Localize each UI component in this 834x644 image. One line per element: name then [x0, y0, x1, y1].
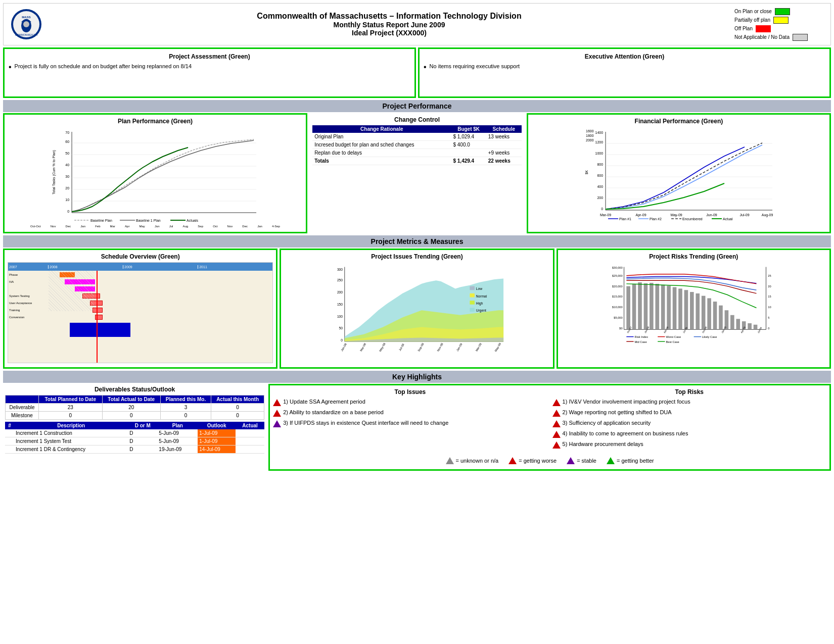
- risk-triangle-1: [552, 399, 561, 406]
- bottom-row: Deliverables Status/Outlook Total Planne…: [3, 384, 831, 471]
- svg-rect-76: [470, 301, 475, 305]
- svg-rect-78: [470, 308, 475, 312]
- svg-rect-124: [736, 319, 740, 329]
- svg-rect-115: [684, 290, 688, 329]
- issue-item-3: 3) If UIFPDS stays in existence Quest in…: [273, 420, 547, 427]
- svg-text:Mid Case: Mid Case: [634, 340, 646, 343]
- detail-dom-3: D: [128, 445, 157, 454]
- legend-item-red: Off Plan: [734, 25, 825, 32]
- legend-label-gray: Not Applicable / No Data: [734, 34, 790, 40]
- risk-item-3: 3) Sufficiency of application security: [552, 420, 826, 427]
- logo: MASS COMMONWEALTH: [9, 7, 44, 42]
- key-highlights-content: Top Issues 1) Update SSA Agreement perio…: [268, 384, 831, 471]
- issue-item-2: 2) Ability to standardize on a base peri…: [273, 409, 547, 417]
- legend-purple-label: = stable: [577, 458, 596, 464]
- top-risks-title: Top Risks: [552, 388, 826, 395]
- svg-text:Jul-09: Jul-09: [739, 213, 749, 217]
- detail-outlook-3: 14-Jul-09: [198, 445, 236, 454]
- schedule-overview-title: Schedule Overview (Green): [8, 253, 273, 260]
- deliverables-title: Deliverables Status/Outlook: [5, 386, 264, 393]
- del-header-total-actual: Total Actual to Date: [102, 395, 160, 404]
- svg-text:Apr-09: Apr-09: [635, 213, 646, 217]
- svg-text:15: 15: [768, 295, 771, 298]
- issue-item-1: 1) Update SSA Agreement period: [273, 399, 547, 406]
- triangle-purple-icon: [567, 457, 575, 464]
- detail-header-num: #: [5, 422, 14, 429]
- risk-triangle-2: [552, 410, 561, 417]
- del-planned-milestone: 0: [38, 412, 102, 420]
- svg-text:$0: $0: [619, 327, 622, 330]
- legend-green-item: = getting better: [607, 457, 654, 464]
- del-label-milestone: Milestone: [6, 412, 39, 420]
- svg-text:$10,000: $10,000: [612, 306, 623, 309]
- legend-red-item: = getting worse: [508, 457, 557, 464]
- svg-text:20: 20: [768, 285, 771, 288]
- cc-header-budget: Buget $K: [451, 125, 486, 133]
- header-title: Commonwealth of Massachusetts – Informat…: [44, 12, 734, 37]
- svg-text:40: 40: [65, 163, 69, 167]
- del-header-blank: [6, 395, 39, 404]
- issue-triangle-3: [273, 420, 281, 427]
- legend-label-red: Off Plan: [734, 26, 753, 31]
- page: MASS COMMONWEALTH Commonwealth of Massac…: [0, 0, 834, 644]
- svg-text:10: 10: [65, 198, 69, 202]
- executive-attention-content: • No items requiring executive support: [424, 63, 825, 71]
- svg-text:0: 0: [67, 210, 69, 213]
- issue-triangle-2: [273, 410, 281, 417]
- risk-triangle-3: [552, 420, 561, 427]
- svg-text:Jan-09: Jan-09: [456, 342, 463, 352]
- svg-rect-120: [713, 302, 717, 329]
- project-assessment-title: Project Assessment (Green): [9, 53, 410, 60]
- plan-performance-box: Plan Performance (Green) 0 10 20 30 40 5…: [3, 113, 307, 233]
- title-line2: Monthly Status Report June 2009: [44, 21, 734, 29]
- svg-rect-117: [696, 293, 700, 329]
- svg-rect-114: [678, 288, 682, 329]
- svg-text:200: 200: [597, 196, 603, 200]
- svg-rect-116: [690, 292, 694, 329]
- svg-text:$30,000: $30,000: [612, 266, 623, 269]
- risk-text-3: 3) Sufficiency of application security: [563, 420, 651, 426]
- milestone-summary-row: Milestone 0 0 0 0: [6, 412, 264, 420]
- issue-text-2: 2) Ability to standardize on a base peri…: [283, 409, 384, 415]
- gantt-chart: 2007 2008 2009 2011 Phase IVA: [8, 262, 273, 363]
- risk-item-1: 1) IV&V Vendor involvement impacting pro…: [552, 399, 826, 406]
- title-line1: Commonwealth of Massachusetts – Informat…: [44, 12, 734, 21]
- svg-text:COMMONWEALTH: COMMONWEALTH: [15, 33, 37, 36]
- svg-text:800: 800: [597, 163, 603, 166]
- detail-header-dom: D or M: [128, 422, 157, 429]
- svg-text:Encumbered: Encumbered: [682, 217, 703, 221]
- bullet-dot-2: •: [424, 63, 427, 71]
- del-header-actual-mo: Actual this Month: [211, 395, 264, 404]
- svg-text:1000: 1000: [595, 152, 603, 155]
- svg-text:50: 50: [65, 152, 69, 155]
- triangle-green-icon: [607, 457, 615, 464]
- svg-rect-112: [667, 286, 671, 330]
- cc-totals-row: Totals $ 1,429.4 22 weeks: [312, 157, 522, 165]
- svg-rect-123: [730, 315, 734, 330]
- performance-row: Plan Performance (Green) 0 10 20 30 40 5…: [3, 113, 831, 233]
- legend-box-red: [756, 25, 771, 32]
- svg-text:Jul-08: Jul-08: [682, 326, 688, 333]
- svg-text:Best Case: Best Case: [666, 340, 679, 343]
- legend-purple-item: = stable: [567, 457, 596, 464]
- svg-text:200: 200: [337, 290, 343, 294]
- svg-text:Mar-09: Mar-09: [600, 213, 611, 217]
- detail-outlook-1: 1-Jul-09: [198, 429, 236, 437]
- change-control-table: Change Rationale Buget $K Schedule Origi…: [312, 125, 522, 165]
- svg-text:1400: 1400: [595, 131, 603, 134]
- deliverables-summary-table: Total Planned to Date Total Actual to Da…: [5, 395, 264, 420]
- svg-text:70: 70: [65, 131, 69, 134]
- svg-rect-107: [638, 282, 642, 329]
- svg-text:Risk Index: Risk Index: [634, 335, 648, 338]
- del-header-total-planned: Total Planned to Date: [38, 395, 102, 404]
- svg-text:$20,000: $20,000: [612, 285, 623, 288]
- legend-item-gray: Not Applicable / No Data: [734, 34, 825, 41]
- svg-rect-74: [470, 293, 475, 298]
- svg-text:Sep-08: Sep-08: [418, 342, 425, 352]
- risk-text-5: 5) Hardware procurement delays: [563, 441, 643, 447]
- svg-text:60: 60: [65, 140, 69, 143]
- top-issues-column: Top Issues 1) Update SSA Agreement perio…: [273, 388, 547, 452]
- risk-text-2: 2) Wage reporting not getting shifted to…: [563, 409, 672, 415]
- deliverables-section: Deliverables Status/Outlook Total Planne…: [3, 384, 266, 471]
- detail-outlook-2: 1-Jul-09: [198, 437, 236, 445]
